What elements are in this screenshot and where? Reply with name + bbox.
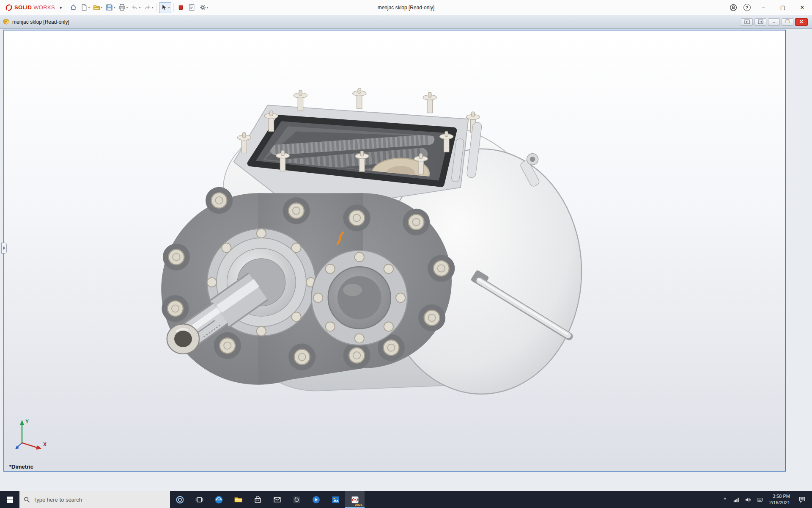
open-folder-icon bbox=[93, 4, 100, 11]
select-tool-button[interactable]: ▾ bbox=[159, 2, 171, 13]
taskbar: 2021 ^ bbox=[0, 491, 812, 508]
dropdown-arrow-icon[interactable]: ▾ bbox=[207, 6, 208, 9]
taskbar-search[interactable] bbox=[19, 491, 170, 508]
save-button[interactable]: ▾ bbox=[104, 2, 116, 13]
media-player-icon bbox=[312, 495, 321, 504]
doc-close-button[interactable]: ✕ bbox=[795, 18, 808, 26]
tray-chevron-icon[interactable]: ^ bbox=[720, 491, 730, 508]
app-titlebar: SOLIDWORKS ▸ ▾ ▾ bbox=[0, 0, 812, 15]
dropdown-arrow-icon[interactable]: ▾ bbox=[113, 6, 115, 9]
minimize-button[interactable]: – bbox=[754, 0, 773, 15]
home-button[interactable] bbox=[68, 2, 78, 13]
volume-icon bbox=[745, 497, 751, 503]
new-document-button[interactable]: ▾ bbox=[79, 2, 91, 13]
solidworks-menu-button[interactable]: SOLIDWORKS bbox=[3, 4, 57, 11]
file-properties-button[interactable] bbox=[187, 2, 197, 13]
photos-button[interactable] bbox=[326, 491, 345, 508]
dropdown-arrow-icon[interactable]: ▾ bbox=[151, 6, 153, 9]
show-desktop-button[interactable] bbox=[810, 491, 812, 508]
gear-icon bbox=[199, 4, 206, 11]
dropdown-arrow-icon[interactable]: ▾ bbox=[168, 6, 170, 9]
toolbar-separator bbox=[156, 3, 157, 12]
screen: SOLIDWORKS ▸ ▾ ▾ bbox=[0, 0, 812, 508]
document-titlebar: menjac sklop [Read-only] – ❐ ✕ bbox=[0, 15, 812, 29]
new-document-icon bbox=[80, 4, 88, 11]
mail-button[interactable] bbox=[267, 491, 287, 508]
tile-windows-icon bbox=[744, 19, 750, 24]
orientation-triad: Y X bbox=[14, 416, 52, 454]
store-button[interactable] bbox=[248, 491, 267, 508]
task-view-icon bbox=[195, 495, 204, 504]
volume-tray-button[interactable] bbox=[742, 491, 754, 508]
keyboard-icon bbox=[757, 497, 763, 503]
titlebar-right-controls: ? – ▢ ✕ bbox=[727, 0, 812, 15]
file-explorer-icon bbox=[234, 495, 243, 504]
triad-y-label: Y bbox=[25, 419, 29, 425]
dropdown-arrow-icon[interactable]: ▾ bbox=[126, 6, 128, 9]
media-player-button[interactable] bbox=[306, 491, 326, 508]
save-icon bbox=[106, 4, 113, 11]
solidworks-logo-icon bbox=[5, 4, 13, 11]
taskbar-clock[interactable]: 3:58 PM 2/16/2021 bbox=[765, 491, 794, 508]
touch-keyboard-tray-button[interactable] bbox=[754, 491, 765, 508]
maximize-button[interactable]: ▢ bbox=[773, 0, 793, 15]
triad-x-label: X bbox=[43, 442, 47, 447]
home-icon bbox=[70, 4, 77, 11]
search-icon bbox=[24, 497, 30, 503]
system-tray: ^ 3:58 PM 2/16/ bbox=[720, 491, 812, 508]
clock-date: 2/16/2021 bbox=[769, 500, 790, 506]
featuremanager-collapse-tab[interactable] bbox=[1, 243, 7, 254]
start-button[interactable] bbox=[0, 491, 19, 508]
file-explorer-button[interactable] bbox=[228, 491, 248, 508]
mail-icon bbox=[273, 495, 282, 504]
cascade-windows-icon bbox=[758, 19, 763, 24]
account-button[interactable] bbox=[727, 0, 740, 15]
task-view-button[interactable] bbox=[189, 491, 209, 508]
cortana-icon bbox=[176, 495, 184, 504]
tile-windows-button[interactable] bbox=[741, 18, 753, 26]
help-button[interactable]: ? bbox=[740, 0, 754, 15]
rebuild-button[interactable] bbox=[176, 2, 186, 13]
print-button[interactable]: ▾ bbox=[117, 2, 129, 13]
search-input[interactable] bbox=[33, 497, 166, 503]
action-center-icon bbox=[798, 496, 806, 503]
user-avatar-icon bbox=[730, 4, 737, 11]
undo-icon bbox=[131, 4, 138, 11]
side-cover bbox=[311, 250, 407, 345]
open-button[interactable]: ▾ bbox=[92, 2, 104, 13]
dropdown-arrow-icon[interactable]: ▾ bbox=[88, 6, 90, 9]
network-tray-button[interactable] bbox=[730, 491, 742, 508]
gearbox-model bbox=[4, 30, 785, 471]
doc-minimize-button[interactable]: – bbox=[768, 18, 780, 26]
network-icon bbox=[733, 497, 739, 503]
expand-panel-arrow-icon bbox=[3, 246, 7, 250]
undo-button[interactable]: ▾ bbox=[130, 2, 142, 13]
windows-logo-icon bbox=[6, 496, 14, 503]
graphics-viewport[interactable]: Y X *Dimetric bbox=[3, 30, 786, 472]
close-button[interactable]: ✕ bbox=[793, 0, 812, 15]
cortana-button[interactable] bbox=[170, 491, 189, 508]
solidworks-taskbar-button[interactable]: 2021 bbox=[345, 491, 365, 508]
toolbar-separator bbox=[173, 3, 174, 12]
cascade-windows-button[interactable] bbox=[754, 18, 766, 26]
workarea: Y X *Dimetric bbox=[0, 29, 812, 491]
assembly-document-icon bbox=[3, 18, 10, 25]
doc-restore-button[interactable]: ❐ bbox=[782, 18, 793, 26]
options-button[interactable]: ▾ bbox=[198, 2, 210, 13]
print-icon bbox=[118, 4, 126, 11]
camera-button[interactable] bbox=[287, 491, 306, 508]
document-window-controls: – ❐ ✕ bbox=[741, 18, 809, 26]
help-icon: ? bbox=[743, 4, 751, 11]
action-center-button[interactable] bbox=[794, 491, 810, 508]
document-title: menjac sklop [Read-only] bbox=[12, 19, 69, 25]
edge-icon bbox=[214, 495, 223, 504]
redo-button[interactable]: ▾ bbox=[143, 2, 154, 13]
photos-icon bbox=[331, 495, 340, 504]
store-icon bbox=[253, 495, 262, 504]
brand-solid-text: SOLID bbox=[14, 4, 32, 11]
menu-expand-arrow[interactable]: ▸ bbox=[57, 5, 66, 10]
dropdown-arrow-icon[interactable]: ▾ bbox=[101, 6, 102, 9]
camera-icon bbox=[292, 495, 301, 504]
edge-button[interactable] bbox=[209, 491, 228, 508]
dropdown-arrow-icon[interactable]: ▾ bbox=[139, 6, 140, 9]
